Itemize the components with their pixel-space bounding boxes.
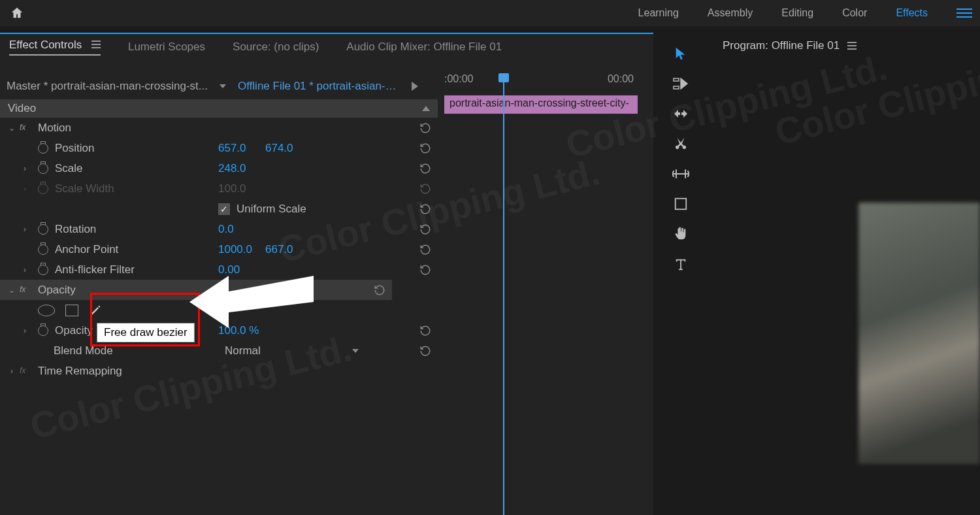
reset-icon[interactable] <box>419 203 431 215</box>
timeline-playhead[interactable] <box>503 73 504 515</box>
scroll-up-icon[interactable] <box>422 106 430 111</box>
reset-icon[interactable] <box>419 325 431 337</box>
blend-mode-dropdown[interactable]: Normal <box>225 344 364 357</box>
stopwatch-icon[interactable] <box>38 325 48 336</box>
uniform-scale-checkbox[interactable]: ✓ <box>218 203 230 215</box>
ellipse-mask-icon[interactable] <box>38 305 55 316</box>
blend-mode-value: Normal <box>225 344 261 357</box>
rotation-value[interactable]: 0.0 <box>218 223 234 236</box>
position-x-value[interactable]: 657.0 <box>218 142 246 155</box>
stopwatch-icon[interactable] <box>38 143 48 154</box>
scale-label: Scale <box>55 162 83 175</box>
reset-icon[interactable] <box>419 163 431 174</box>
tab-audio-clip-mixer[interactable]: Audio Clip Mixer: Offline File 01 <box>346 41 502 54</box>
svg-rect-4 <box>674 78 679 81</box>
stopwatch-icon[interactable] <box>38 224 48 235</box>
playhead-handle-icon[interactable] <box>498 73 509 82</box>
twisty-open-icon[interactable]: ⌄ <box>8 124 16 133</box>
reset-icon[interactable] <box>374 284 385 296</box>
twisty-open-icon[interactable]: ⌄ <box>8 286 16 295</box>
reset-icon[interactable] <box>419 122 431 134</box>
home-icon[interactable] <box>8 4 26 22</box>
reset-icon[interactable] <box>419 183 431 195</box>
workspace-color[interactable]: Color <box>842 7 867 19</box>
svg-rect-9 <box>847 48 857 50</box>
twisty-closed-icon[interactable]: › <box>21 326 29 335</box>
program-panel-title[interactable]: Program: Offline File 01 <box>723 39 840 52</box>
twisty-closed-icon[interactable]: › <box>21 225 29 234</box>
track-select-forward-icon[interactable] <box>672 75 690 93</box>
reset-icon[interactable] <box>419 345 431 357</box>
position-label: Position <box>55 142 94 155</box>
svg-rect-8 <box>847 45 857 46</box>
stopwatch-icon[interactable] <box>38 265 48 275</box>
panel-menu-icon[interactable] <box>91 41 101 48</box>
anchor-point-label: Anchor Point <box>55 243 118 256</box>
reset-icon[interactable] <box>419 224 431 235</box>
chevron-down-icon <box>352 349 359 353</box>
workspace-assembly[interactable]: Assembly <box>708 7 753 19</box>
program-monitor-preview[interactable] <box>858 203 980 464</box>
tab-lumetri-scopes[interactable]: Lumetri Scopes <box>128 41 205 54</box>
svg-rect-1 <box>91 44 101 45</box>
twisty-closed-icon[interactable]: › <box>21 265 29 274</box>
rectangle-tool-icon[interactable] <box>672 195 690 213</box>
tab-effect-controls-label: Effect Controls <box>9 39 82 51</box>
anchor-x-value[interactable]: 1000.0 <box>218 243 252 256</box>
timeline-start-label: :00:00 <box>444 73 473 85</box>
breadcrumb-master: Master * portrait-asian-man-crossing-st.… <box>7 80 208 93</box>
type-tool-icon[interactable] <box>672 255 690 273</box>
tab-effect-controls[interactable]: Effect Controls <box>9 39 101 56</box>
svg-rect-0 <box>91 41 101 42</box>
fx-badge-icon[interactable]: fx <box>20 123 33 133</box>
opacity-prop-label: Opacity <box>55 324 93 337</box>
rotation-label: Rotation <box>55 223 96 236</box>
fx-badge-icon[interactable]: fx <box>20 285 33 295</box>
scale-width-label: Scale Width <box>55 182 114 195</box>
blend-mode-label: Blend Mode <box>54 344 113 357</box>
stopwatch-icon <box>38 184 48 194</box>
svg-rect-7 <box>847 42 857 43</box>
time-remapping-label[interactable]: Time Remapping <box>38 365 122 378</box>
pointer-arrow-icon <box>189 263 320 328</box>
reset-icon[interactable] <box>419 264 431 276</box>
tab-source[interactable]: Source: (no clips) <box>233 41 319 54</box>
video-section-header: Video <box>8 102 36 115</box>
anchor-y-value[interactable]: 667.0 <box>265 243 293 256</box>
razor-tool-icon[interactable] <box>672 135 690 153</box>
stopwatch-icon[interactable] <box>38 163 48 174</box>
scale-width-value: 100.0 <box>218 182 246 195</box>
svg-marker-3 <box>189 276 314 328</box>
chevron-down-icon[interactable] <box>220 84 226 88</box>
scale-value[interactable]: 248.0 <box>218 162 246 175</box>
uniform-scale-label: Uniform Scale <box>237 203 306 216</box>
svg-rect-6 <box>676 199 687 210</box>
pen-mask-tooltip: Free draw bezier <box>97 323 195 342</box>
svg-rect-5 <box>674 86 679 89</box>
timeline-clip[interactable]: portrait-asian-man-crossing-street-city- <box>444 95 638 114</box>
rectangle-mask-icon[interactable] <box>65 305 78 316</box>
reset-icon[interactable] <box>419 142 431 154</box>
play-forward-icon[interactable] <box>412 82 418 91</box>
twisty-closed-icon[interactable]: › <box>21 164 29 173</box>
opacity-label[interactable]: Opacity <box>38 284 76 297</box>
panel-menu-icon[interactable] <box>847 42 857 50</box>
breadcrumb-sequence[interactable]: Offline File 01 * portrait-asian-man-c..… <box>238 80 400 93</box>
selection-tool-icon[interactable] <box>672 44 690 63</box>
fx-badge-icon[interactable]: fx <box>20 366 33 376</box>
ripple-edit-icon[interactable] <box>672 105 690 123</box>
stopwatch-icon[interactable] <box>38 244 48 255</box>
twisty-closed-icon[interactable]: › <box>8 367 16 376</box>
workspace-menu-icon[interactable] <box>956 8 972 18</box>
svg-rect-2 <box>91 47 101 48</box>
workspace-effects[interactable]: Effects <box>896 7 928 19</box>
pen-mask-icon[interactable] <box>89 304 102 317</box>
timeline-end-label: 00:00 <box>608 73 634 85</box>
slip-tool-icon[interactable] <box>672 165 690 183</box>
workspace-learning[interactable]: Learning <box>638 7 679 19</box>
motion-label[interactable]: Motion <box>38 122 71 135</box>
position-y-value[interactable]: 674.0 <box>265 142 293 155</box>
reset-icon[interactable] <box>419 244 431 256</box>
hand-tool-icon[interactable] <box>672 225 690 243</box>
workspace-editing[interactable]: Editing <box>781 7 813 19</box>
